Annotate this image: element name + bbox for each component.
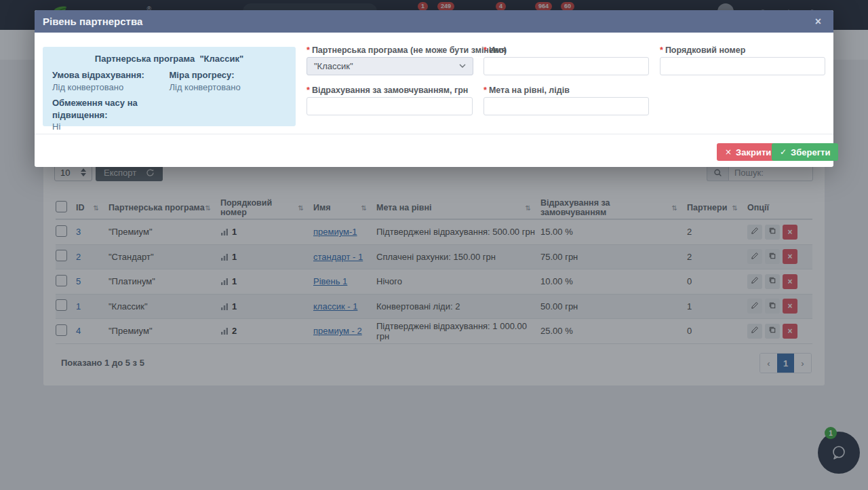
order-field-label: *Порядковий номер	[660, 45, 745, 55]
program-select-value: "Классик"	[314, 61, 353, 71]
info-field-value: Ні	[52, 121, 170, 133]
partnership-level-modal: Рівень партнерства × Партнерська програм…	[35, 10, 833, 167]
goal-input[interactable]	[484, 97, 649, 115]
deduction-input[interactable]	[307, 97, 473, 115]
goal-field-label: *Мета на рівні, лідів	[484, 86, 570, 95]
program-select[interactable]: "Классик"	[307, 57, 473, 75]
save-button[interactable]: ✓ Зберегти	[772, 143, 838, 161]
name-field-label: *Имя	[484, 45, 506, 55]
info-field-label: Умова відрахування:	[52, 69, 170, 81]
name-input[interactable]	[484, 57, 649, 75]
info-field-label: Обмеження часу на підвищення:	[52, 97, 170, 121]
modal-header: Рівень партнерства ×	[35, 10, 833, 33]
info-field-value: Лід конвертовано	[52, 81, 170, 94]
check-icon: ✓	[780, 147, 787, 157]
close-icon[interactable]: ×	[811, 16, 825, 27]
info-field-value: Лід конвертовано	[170, 81, 287, 94]
x-icon: ×	[725, 147, 732, 157]
modal-footer: × Закрити ✓ Зберегти	[35, 134, 833, 167]
close-button[interactable]: × Закрити	[717, 143, 779, 161]
modal-title: Рівень партнерства	[43, 16, 142, 27]
info-box-title: Партнерська програма "Классик"	[52, 54, 286, 64]
program-info-box: Партнерська програма "Классик" Умова від…	[43, 47, 296, 126]
program-field-label: *Партнерська програма (не може бути змін…	[307, 45, 507, 55]
order-input[interactable]	[660, 57, 825, 75]
info-field-label: Міра прогресу:	[170, 69, 287, 81]
deduction-field-label: *Відрахування за замовчуванням, грн	[307, 86, 468, 95]
chevron-down-icon	[459, 64, 466, 69]
